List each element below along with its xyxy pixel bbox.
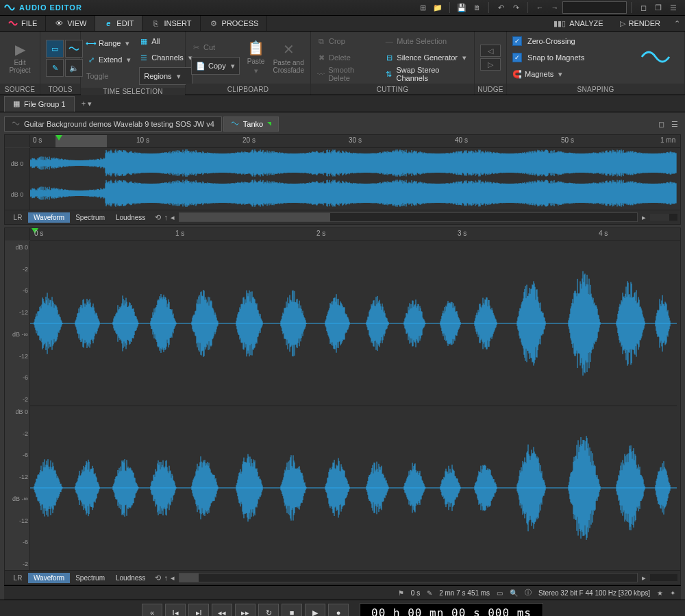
viewtab-loudness[interactable]: Loudness	[110, 573, 151, 583]
toggle-button[interactable]: Toggle	[86, 69, 131, 83]
all-button[interactable]: ▦All	[139, 34, 192, 48]
viewtab-waveform[interactable]: Waveform	[28, 573, 70, 583]
play-arrow-icon: ▶	[15, 41, 25, 58]
nav-back-icon[interactable]: ←	[534, 1, 546, 14]
skip-fwd-button[interactable]: ▸I	[188, 604, 209, 616]
scroll-left-icon[interactable]: ◂	[171, 213, 175, 222]
skip-back-button[interactable]: I◂	[165, 604, 186, 616]
viewtab-loudness[interactable]: Loudness	[110, 212, 151, 223]
fast-rewind-button[interactable]: ◂◂	[212, 604, 232, 616]
paste-button[interactable]: 📋Paste▾	[244, 40, 269, 75]
group-label-timesel: TIME SELECTION	[81, 88, 185, 95]
main-ruler[interactable]: 0 s 1 s 2 s 3 s 4 s	[30, 228, 680, 241]
viewtab-spectrum[interactable]: Spectrum	[70, 212, 110, 223]
save-all-icon[interactable]: 🗎	[471, 1, 483, 14]
edit-project-button[interactable]: ▶Edit Project	[5, 41, 34, 74]
tab-view[interactable]: 👁VIEW	[46, 16, 95, 31]
channels-icon: ☰	[139, 53, 149, 62]
flag-icon[interactable]: ⚑	[398, 589, 404, 597]
ribbon-collapse-icon[interactable]: ⌃	[669, 16, 685, 31]
smooth-delete-button[interactable]: 〰Smooth Delete	[316, 67, 375, 81]
window-restore-icon[interactable]: ❐	[652, 1, 664, 14]
overview-waveform[interactable]: dB 0dB 0	[5, 148, 680, 210]
rewind-start-button[interactable]: «	[142, 604, 162, 616]
title-bar: AUDIO EDITOR ⊞ 📁 💾 🗎 ↶ ↷ ← → ◻ ❐ ☰	[0, 0, 685, 16]
overview-ruler[interactable]: 0 s 10 s 20 s 30 s 40 s 50 s 1 mn	[30, 135, 680, 148]
stop-button[interactable]: ■	[282, 604, 302, 616]
redo-icon[interactable]: ↷	[510, 1, 522, 14]
silence-gen-button[interactable]: ⊟Silence Generator▾	[384, 51, 469, 64]
wave-small-icon	[231, 120, 239, 128]
file-group-tab[interactable]: ▦File Group 1	[4, 96, 75, 112]
regions-button[interactable]: Regions▾	[139, 67, 192, 85]
chevron-down-icon: ▾	[254, 66, 258, 75]
star-icon[interactable]: ★	[657, 589, 663, 597]
tab-render[interactable]: ▷RENDER	[612, 16, 669, 31]
snap-magnets-check[interactable]: ✓Snap to Magnets	[512, 51, 584, 64]
save-icon[interactable]: 💾	[456, 1, 468, 14]
record-button[interactable]: ●	[328, 604, 349, 616]
viewtab-spectrum[interactable]: Spectrum	[70, 573, 110, 583]
main-scrollbar[interactable]	[179, 573, 638, 582]
history-combo[interactable]	[562, 1, 627, 14]
sync-icon[interactable]: ⟲	[155, 213, 161, 222]
tab-edit[interactable]: eEDIT	[95, 16, 142, 31]
main-waveform[interactable]: dB 0 -2 -6 -12 dB -∞ -12 -6 -2 dB 0 -2 -…	[5, 241, 680, 570]
new-file-icon[interactable]: ⊞	[416, 1, 429, 14]
tool-pen[interactable]: ✎	[46, 59, 64, 77]
mute-sel-button[interactable]: —Mute Selection	[384, 34, 469, 48]
swap-channels-button[interactable]: ⇅Swap Stereo Channels	[384, 67, 469, 81]
nav-fwd-icon[interactable]: →	[549, 1, 561, 14]
paste-icon: 📋	[247, 40, 264, 56]
window-max-icon[interactable]: ◻	[637, 1, 649, 14]
copy-button[interactable]: 📄Copy▾	[191, 57, 240, 75]
overview-scrollbar[interactable]	[179, 212, 638, 222]
wave-small-icon	[12, 120, 20, 128]
magnets-button[interactable]: 🧲Magnets▾	[512, 67, 584, 81]
tab-process[interactable]: ⚙PROCESS	[201, 16, 268, 31]
cut-button[interactable]: ✂Cut	[191, 40, 240, 54]
time-display[interactable]: 00 h 00 mn 00 s 000 ms	[360, 603, 543, 617]
channels-button[interactable]: ☰Channels▾	[139, 51, 192, 64]
layout-icon[interactable]: ☰	[667, 1, 680, 14]
maximize-icon[interactable]: ◻	[655, 118, 667, 130]
file-tab-1[interactable]: Guitar Background demos Wavelab 9 testin…	[4, 116, 222, 132]
arrow-up-icon[interactable]: ↑	[164, 574, 168, 582]
play-button[interactable]: ▶	[305, 604, 325, 616]
range-button[interactable]: ⟷Range▾	[86, 36, 131, 50]
transport-bar: « I◂ ▸I ◂◂ ▸▸ ↻ ■ ▶ ● 00 h 00 mn 00 s 00…	[0, 600, 685, 616]
bookmark-icon[interactable]: ✦	[670, 589, 675, 597]
list-icon[interactable]: ☰	[669, 118, 681, 130]
loop-button[interactable]: ↻	[258, 604, 279, 616]
scroll-right-icon[interactable]: ▸	[642, 213, 646, 222]
tab-insert[interactable]: ⎘INSERT	[142, 16, 200, 31]
zoom-icon[interactable]: 🔍	[510, 589, 518, 597]
undo-icon[interactable]: ↶	[495, 1, 507, 14]
file-group-bar: ▦File Group 1 + ▾	[0, 95, 685, 112]
nudge-right[interactable]: ▷	[480, 58, 501, 71]
tab-analyze[interactable]: ▮▮▯ANALYZE	[545, 16, 611, 31]
zero-crossing-check[interactable]: ✓Zero-Crossing	[512, 34, 584, 48]
arrow-up-icon[interactable]: ↑	[164, 213, 168, 222]
scroll-right-icon[interactable]: ▸	[642, 574, 646, 582]
status-pos: 0 s	[411, 589, 420, 597]
sel-icon[interactable]: ▭	[497, 589, 503, 597]
fast-forward-button[interactable]: ▸▸	[235, 604, 256, 616]
crop-button[interactable]: ⧉Crop	[316, 34, 375, 48]
info-icon[interactable]: ⓘ	[525, 588, 532, 597]
tab-file[interactable]: FILE	[0, 16, 46, 31]
delete-button[interactable]: ✖Delete	[316, 51, 375, 64]
viewtab-waveform[interactable]: Waveform	[28, 212, 70, 223]
tool-select[interactable]: ▭	[46, 40, 64, 58]
sync-icon[interactable]: ⟲	[155, 574, 161, 582]
scroll-left-icon[interactable]: ◂	[171, 574, 175, 582]
nudge-left[interactable]: ◁	[480, 45, 501, 57]
paste-crossfade-button[interactable]: ✕Paste and Crossfade	[272, 41, 305, 74]
extend-button[interactable]: ⤢Extend▾	[86, 53, 131, 66]
add-group-button[interactable]: + ▾	[79, 99, 95, 108]
playhead-marker-icon[interactable]	[55, 135, 62, 140]
meter-icon	[650, 214, 677, 221]
file-tab-2[interactable]: Tanko	[223, 116, 279, 132]
open-folder-icon[interactable]: 📁	[432, 1, 444, 14]
status-format: Stereo 32 bit F 44 100 Hz [320 kbps]	[538, 589, 650, 597]
